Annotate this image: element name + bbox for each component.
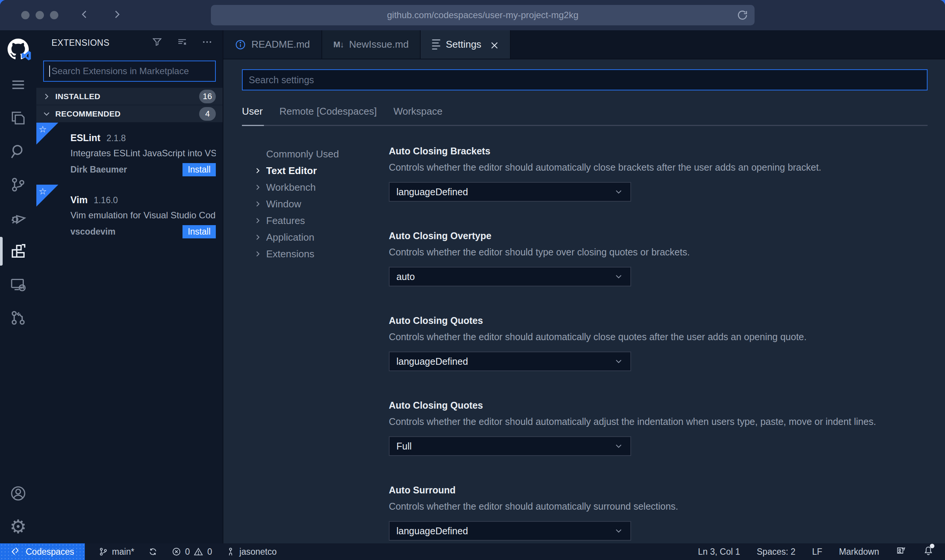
search-icon[interactable] <box>0 135 36 168</box>
auto-closing-overtype-select[interactable]: auto <box>389 267 631 286</box>
toc-window[interactable]: Window <box>253 196 389 212</box>
tab-newissue[interactable]: M↓ NewIssue.md <box>322 30 421 59</box>
codespaces-remote-button[interactable]: Codespaces <box>0 543 85 560</box>
settings-gear-icon[interactable]: ⚙ <box>0 510 36 543</box>
chevron-down-icon <box>614 187 624 197</box>
url-text: github.com/codespaces/user-my-project-mg… <box>387 10 579 20</box>
filter-icon[interactable] <box>151 36 163 49</box>
scope-tab-workspace[interactable]: Workspace <box>393 106 443 117</box>
branch-indicator[interactable]: main* <box>98 547 134 557</box>
extension-card-eslint[interactable]: ☆ ESLint 2.1.8 Integrates ESLint JavaScr… <box>36 123 223 185</box>
settings-editor: User Remote [Codespaces] Workspace Commo… <box>223 59 945 543</box>
extensions-search-input[interactable] <box>51 66 210 76</box>
eol-sequence[interactable]: LF <box>812 547 822 557</box>
vscode-logo-icon <box>20 50 32 61</box>
chevron-right-icon <box>253 166 266 175</box>
setting-auto-surround: Auto Surround Controls whether the edito… <box>389 485 928 541</box>
extension-card-vim[interactable]: ☆ Vim 1.16.0 Vim emulation for Visual St… <box>36 185 223 247</box>
settings-search-input[interactable] <box>249 75 921 86</box>
chevron-right-icon <box>253 183 266 192</box>
sync-button[interactable] <box>148 547 158 557</box>
tab-settings[interactable]: Settings <box>421 30 511 59</box>
error-icon <box>172 547 181 557</box>
cursor-position[interactable]: Ln 3, Col 1 <box>698 547 740 557</box>
browser-window: github.com/codespaces/user-my-project-mg… <box>0 0 945 560</box>
extension-publisher: vscodevim <box>70 227 115 237</box>
close-icon[interactable] <box>489 40 499 50</box>
extension-version: 1.16.0 <box>94 195 118 205</box>
github-codespaces-logo <box>0 30 36 68</box>
activity-bar: ⚙ <box>0 30 36 543</box>
auto-indent-select[interactable]: Full <box>389 436 631 456</box>
extensions-icon[interactable] <box>0 235 36 268</box>
toc-application[interactable]: Application <box>253 229 389 246</box>
section-installed[interactable]: INSTALLED 16 <box>36 88 223 105</box>
traffic-lights[interactable] <box>21 11 58 19</box>
tab-label: README.md <box>251 39 310 50</box>
settings-search-box[interactable] <box>242 69 928 90</box>
toc-text-editor[interactable]: Text Editor <box>253 162 389 179</box>
run-debug-icon[interactable] <box>0 201 36 235</box>
chevron-right-icon <box>253 233 266 242</box>
install-button[interactable]: Install <box>182 225 216 238</box>
section-label: INSTALLED <box>55 92 100 101</box>
auto-closing-brackets-select[interactable]: languageDefined <box>389 182 631 202</box>
text-caret <box>49 65 50 77</box>
section-label: RECOMMENDED <box>55 109 120 118</box>
editor-tab-bar: README.md M↓ NewIssue.md Settings <box>223 30 945 59</box>
extension-version: 2.1.8 <box>106 133 126 143</box>
notifications-bell-icon[interactable] <box>923 545 934 558</box>
chevron-right-icon <box>253 199 266 208</box>
installed-count-badge: 16 <box>199 90 216 103</box>
toc-commonly-used[interactable]: Commonly Used <box>253 146 389 162</box>
toc-workbench[interactable]: Workbench <box>253 179 389 196</box>
settings-toc: Commonly Used Text Editor Workbench Wind… <box>242 146 389 543</box>
menu-hamburger-icon[interactable] <box>0 68 36 101</box>
toc-extensions[interactable]: Extensions <box>253 246 389 262</box>
extension-name: Vim <box>70 194 87 205</box>
tab-readme[interactable]: README.md <box>223 30 322 59</box>
user-indicator[interactable]: jasonetco <box>226 547 276 557</box>
more-actions-icon[interactable] <box>201 36 213 49</box>
setting-auto-closing-brackets: Auto Closing Brackets Controls whether t… <box>389 146 928 202</box>
auto-surround-select[interactable]: languageDefined <box>389 521 631 541</box>
info-icon <box>235 39 246 50</box>
chevron-down-icon <box>42 109 51 119</box>
forward-icon[interactable] <box>111 9 123 22</box>
browser-chrome: github.com/codespaces/user-my-project-mg… <box>0 0 945 30</box>
branch-icon <box>98 547 108 557</box>
problems-indicator[interactable]: 0 0 <box>172 547 212 557</box>
section-recommended[interactable]: RECOMMENDED 4 <box>36 105 223 122</box>
auto-closing-quotes-select[interactable]: languageDefined <box>389 352 631 371</box>
user-icon <box>226 547 235 557</box>
settings-scope-tabs: User Remote [Codespaces] Workspace <box>242 106 928 117</box>
github-pullrequest-icon[interactable] <box>0 301 36 334</box>
chevron-down-icon <box>614 441 624 451</box>
scope-tab-remote[interactable]: Remote [Codespaces] <box>279 106 377 117</box>
chevron-down-icon <box>614 356 624 366</box>
indentation[interactable]: Spaces: 2 <box>757 547 795 557</box>
url-bar[interactable]: github.com/codespaces/user-my-project-mg… <box>211 5 755 25</box>
clear-list-icon[interactable] <box>176 36 188 49</box>
extensions-search-box[interactable] <box>43 61 216 82</box>
sidebar-title: EXTENSIONS <box>51 38 109 48</box>
sync-icon <box>148 547 158 557</box>
remote-explorer-icon[interactable] <box>0 268 36 301</box>
chevron-right-icon <box>253 249 266 258</box>
scope-tab-rule <box>242 125 928 126</box>
explorer-icon[interactable] <box>0 101 36 135</box>
install-button[interactable]: Install <box>182 163 216 176</box>
extensions-sidebar: EXTENSIONS INSTALLED 16 RECOMMENDED 4 <box>36 30 223 543</box>
chevron-down-icon <box>614 526 624 536</box>
feedback-icon[interactable] <box>896 545 906 558</box>
setting-auto-indent: Auto Closing Quotes Controls whether the… <box>389 400 928 456</box>
language-mode[interactable]: Markdown <box>839 547 879 557</box>
scope-tab-user[interactable]: User <box>242 106 263 117</box>
editor-group: README.md M↓ NewIssue.md Settings User <box>223 30 945 543</box>
account-icon[interactable] <box>0 477 36 510</box>
reload-icon[interactable] <box>736 9 749 21</box>
recommended-star-ribbon: ☆ <box>36 185 58 207</box>
toc-features[interactable]: Features <box>253 212 389 229</box>
back-icon[interactable] <box>79 9 90 22</box>
source-control-icon[interactable] <box>0 168 36 201</box>
